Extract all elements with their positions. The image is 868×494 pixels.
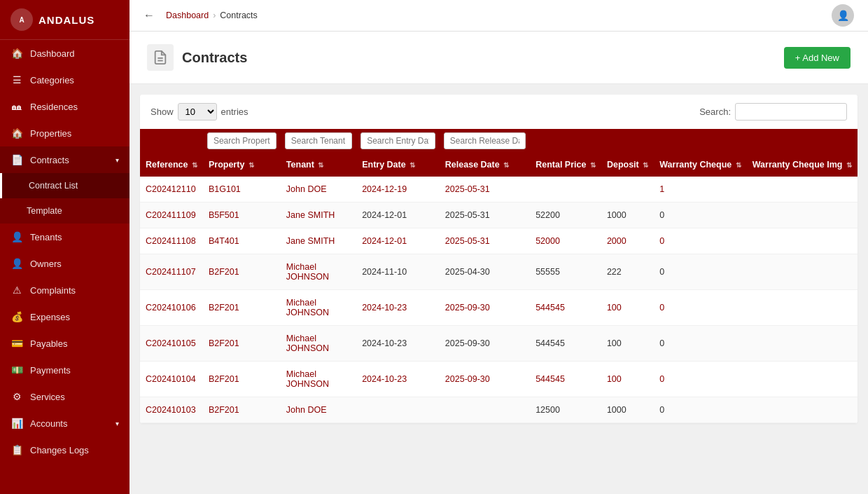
cell-property[interactable]: B2F201: [203, 254, 281, 290]
sidebar-item-services[interactable]: ⚙ Services: [0, 383, 130, 410]
link-tenant[interactable]: John DOE: [286, 184, 327, 194]
link-reference[interactable]: C202410104: [146, 374, 196, 384]
add-new-button[interactable]: + Add New: [784, 47, 850, 69]
link-property[interactable]: B2F201: [209, 267, 239, 277]
cell-entry_date[interactable]: 2024-12-01: [356, 228, 440, 254]
link-reference[interactable]: C202411108: [146, 236, 196, 246]
sidebar-item-accounts[interactable]: 📊 Accounts ▾: [0, 410, 130, 437]
link-tenant[interactable]: Michael JOHNSON: [286, 262, 329, 282]
link-entry_date[interactable]: 2024-10-23: [362, 374, 407, 384]
cell-property[interactable]: B4T401: [203, 228, 281, 254]
link-property[interactable]: B4T401: [209, 236, 239, 246]
link-rental_price[interactable]: 52000: [536, 236, 560, 246]
cell-tenant[interactable]: Jane SMITH: [281, 228, 356, 254]
cell-entry_date[interactable]: 2024-10-23: [356, 290, 440, 326]
back-button[interactable]: ←: [144, 9, 155, 22]
cell-reference[interactable]: C202410105: [140, 326, 203, 362]
link-warranty_cheque[interactable]: 0: [659, 303, 664, 313]
link-tenant[interactable]: John DOE: [286, 405, 327, 415]
sidebar-item-categories[interactable]: ☰ Categories: [0, 67, 130, 93]
cell-entry_date[interactable]: 2024-10-23: [356, 362, 440, 397]
entries-select[interactable]: 10 25 50 100: [178, 103, 217, 121]
cell-reference[interactable]: C202410106: [140, 290, 203, 326]
link-tenant[interactable]: Michael JOHNSON: [286, 298, 329, 317]
link-release_date[interactable]: 2025-05-31: [445, 236, 490, 246]
cell-tenant[interactable]: Jane SMITH: [281, 203, 356, 228]
link-reference[interactable]: C202411107: [146, 267, 196, 277]
cell-tenant[interactable]: Michael JOHNSON: [281, 326, 356, 362]
cell-deposit[interactable]: 100: [601, 290, 654, 326]
cell-reference[interactable]: C202410103: [140, 397, 203, 423]
cell-property[interactable]: B2F201: [203, 290, 281, 326]
col-tenant[interactable]: Tenant ⇅: [281, 153, 356, 177]
cell-property[interactable]: B2F201: [203, 326, 281, 362]
search-tenant-input[interactable]: [285, 132, 352, 149]
search-property-input[interactable]: [207, 132, 276, 149]
col-warranty-cheque[interactable]: Warranty Cheque ⇅: [654, 153, 747, 177]
cell-property[interactable]: B1G101: [203, 177, 281, 203]
cell-reference[interactable]: C202410104: [140, 362, 203, 397]
cell-property[interactable]: B5F501: [203, 203, 281, 228]
link-warranty_cheque[interactable]: 0: [659, 374, 664, 384]
cell-release_date[interactable]: 2025-05-31: [440, 177, 530, 203]
link-entry_date[interactable]: 2024-12-19: [362, 184, 407, 194]
link-property[interactable]: B1G101: [209, 184, 241, 194]
col-property[interactable]: Property ⇅: [203, 153, 281, 177]
search-release-date-input[interactable]: [444, 132, 526, 149]
cell-warranty_cheque[interactable]: 0: [654, 228, 747, 254]
sidebar-item-tenants[interactable]: 👤 Tenants: [0, 224, 130, 250]
link-property[interactable]: B2F201: [209, 338, 239, 348]
sidebar-item-contract-list[interactable]: Contract List: [0, 173, 130, 198]
link-release_date[interactable]: 2025-05-31: [445, 184, 490, 194]
link-tenant[interactable]: Michael JOHNSON: [286, 369, 329, 389]
sidebar-item-payments[interactable]: 💵 Payments: [0, 357, 130, 383]
link-reference[interactable]: C202412110: [146, 184, 196, 194]
link-property[interactable]: B2F201: [209, 303, 239, 313]
cell-release_date[interactable]: 2025-05-31: [440, 228, 530, 254]
sidebar-item-owners[interactable]: 👤 Owners: [0, 250, 130, 277]
link-tenant[interactable]: Jane SMITH: [286, 210, 335, 220]
link-reference[interactable]: C202410106: [146, 303, 196, 313]
cell-tenant[interactable]: Michael JOHNSON: [281, 362, 356, 397]
link-deposit[interactable]: 2000: [607, 236, 626, 246]
link-reference[interactable]: C202411109: [146, 210, 196, 220]
link-tenant[interactable]: Michael JOHNSON: [286, 334, 329, 353]
link-warranty_cheque[interactable]: 1: [659, 184, 664, 194]
sidebar-item-contracts[interactable]: 📄 Contracts ▾: [0, 146, 130, 173]
cell-tenant[interactable]: Michael JOHNSON: [281, 290, 356, 326]
cell-warranty_cheque[interactable]: 0: [654, 290, 747, 326]
link-rental_price[interactable]: 544545: [536, 303, 565, 313]
col-warranty-cheque-img[interactable]: Warranty Cheque Img ⇅: [747, 153, 858, 177]
cell-reference[interactable]: C202411107: [140, 254, 203, 290]
cell-reference[interactable]: C202411108: [140, 228, 203, 254]
link-deposit[interactable]: 100: [607, 374, 622, 384]
link-deposit[interactable]: 100: [607, 303, 622, 313]
cell-rental_price[interactable]: 544545: [530, 290, 601, 326]
link-reference[interactable]: C202410103: [146, 405, 196, 415]
cell-entry_date[interactable]: 2024-12-19: [356, 177, 440, 203]
breadcrumb-home[interactable]: Dashboard: [166, 11, 209, 20]
col-release-date[interactable]: Release Date ⇅: [440, 153, 530, 177]
cell-release_date[interactable]: 2025-09-30: [440, 290, 530, 326]
cell-deposit[interactable]: 2000: [601, 228, 654, 254]
search-entry-date-input[interactable]: [360, 132, 435, 149]
cell-reference[interactable]: C202412110: [140, 177, 203, 203]
cell-property[interactable]: B2F201: [203, 397, 281, 423]
link-rental_price[interactable]: 544545: [536, 374, 565, 384]
avatar[interactable]: 👤: [832, 4, 854, 27]
sidebar-item-expenses[interactable]: 💰 Expenses: [0, 303, 130, 330]
sidebar-item-residences[interactable]: 🏘 Residences: [0, 93, 130, 120]
link-property[interactable]: B2F201: [209, 405, 239, 415]
sidebar-item-properties[interactable]: 🏠 Properties: [0, 120, 130, 146]
link-entry_date[interactable]: 2024-10-23: [362, 303, 407, 313]
cell-reference[interactable]: C202411109: [140, 203, 203, 228]
cell-warranty_cheque[interactable]: 1: [654, 177, 747, 203]
cell-deposit[interactable]: [601, 177, 654, 203]
col-reference[interactable]: Reference ⇅: [140, 153, 203, 177]
cell-property[interactable]: B2F201: [203, 362, 281, 397]
link-property[interactable]: B5F501: [209, 210, 239, 220]
cell-rental_price[interactable]: [530, 177, 601, 203]
cell-tenant[interactable]: Michael JOHNSON: [281, 254, 356, 290]
cell-rental_price[interactable]: 544545: [530, 362, 601, 397]
link-reference[interactable]: C202410105: [146, 338, 196, 348]
